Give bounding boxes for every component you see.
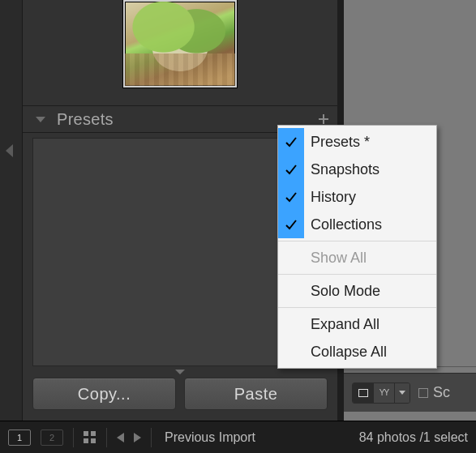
nav-back-icon[interactable] [117, 433, 124, 442]
menu-item-label: Snapshots [311, 161, 380, 178]
menu-item-show-all: Show All [278, 244, 436, 271]
checkmark-icon [278, 211, 304, 238]
navigator-thumbnail[interactable] [123, 0, 237, 88]
menu-item-label: Solo Mode [311, 283, 380, 300]
checkmark-icon [278, 128, 304, 156]
menu-item-label: Expand All [311, 316, 380, 333]
expand-left-panel-icon[interactable] [6, 144, 13, 157]
divider [73, 428, 74, 447]
add-preset-icon[interactable] [318, 113, 329, 125]
panel-title: Presets [57, 110, 114, 129]
menu-item-snapshots[interactable]: Snapshots [278, 156, 436, 183]
disclosure-triangle-icon[interactable] [36, 117, 45, 122]
menu-separator [278, 274, 436, 275]
navigator-thumbnail-area [23, 0, 337, 97]
menu-item-collapse-all[interactable]: Collapse All [278, 338, 436, 365]
view-mode-segmented[interactable]: YY [352, 382, 410, 404]
copy-button[interactable]: Copy... [32, 378, 176, 410]
menu-item-label: Collapse All [311, 344, 387, 361]
view-mode-compare-icon[interactable]: YY [374, 383, 395, 403]
paste-button[interactable]: Paste [184, 378, 328, 410]
checkbox-icon[interactable] [418, 388, 428, 398]
divider [151, 428, 152, 447]
toolbar-checkbox-item[interactable]: Sc [418, 384, 450, 401]
view-mode-single-icon[interactable] [353, 383, 374, 403]
menu-item-expand-all[interactable]: Expand All [278, 310, 436, 338]
source-label[interactable]: Previous Import [165, 430, 255, 445]
view-mode-dropdown-icon[interactable] [395, 383, 410, 403]
monitor-1-button[interactable]: 1 [8, 429, 31, 446]
menu-item-collections[interactable]: Collections [278, 211, 436, 238]
checkmark-icon [278, 156, 304, 183]
divider [106, 428, 107, 447]
grid-view-icon[interactable] [84, 431, 96, 444]
menu-item-solo-mode[interactable]: Solo Mode [278, 277, 436, 305]
left-edge-collapse-strip[interactable] [0, 0, 23, 421]
menu-separator [278, 307, 436, 308]
menu-item-label: Collections [311, 216, 382, 233]
menu-item-label: Presets * [311, 134, 370, 151]
checkmark-icon [278, 183, 304, 211]
nav-forward-icon[interactable] [134, 433, 141, 442]
menu-item-label: Show All [311, 250, 367, 267]
panel-context-menu: Presets * Snapshots History Collections … [277, 125, 437, 369]
filmstrip-bar: 1 2 Previous Import 84 photos /1 select [0, 421, 476, 453]
menu-item-history[interactable]: History [278, 183, 436, 211]
menu-item-label: History [311, 189, 356, 206]
loupe-toolbar: YY Sc [344, 373, 476, 412]
settings-buttons-row: Copy... Paste [23, 378, 337, 410]
menu-separator [278, 241, 436, 241]
photo-count-label: 84 photos /1 select [359, 430, 468, 445]
monitor-2-button[interactable]: 2 [41, 429, 63, 446]
toolbar-checkbox-label: Sc [433, 384, 450, 401]
menu-item-presets[interactable]: Presets * [278, 128, 436, 156]
